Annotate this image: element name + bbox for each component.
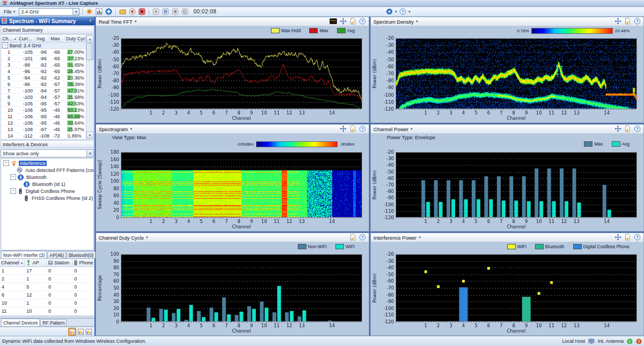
move-icon[interactable] — [340, 125, 347, 133]
tab-ap-46[interactable]: AP(46) — [47, 251, 65, 258]
move-icon[interactable] — [614, 18, 621, 26]
help-circle-icon[interactable]: ? — [634, 234, 641, 242]
tab-channel-devices[interactable]: Channel Devices — [1, 319, 40, 326]
channel-summary-row[interactable]: 3-98-92-6531.65% — [1, 62, 86, 68]
channel-summary-row[interactable]: 6-96-92-5735.39% — [1, 81, 86, 88]
help-circle-icon[interactable]: ? — [359, 234, 366, 242]
channel-summary-row[interactable]: 7-100-94-5747.31% — [1, 88, 86, 94]
record-stop-icon[interactable] — [138, 8, 146, 16]
summary-view-icon[interactable] — [68, 328, 76, 336]
column-header[interactable]: Phone — [72, 260, 94, 265]
capture-options-icon[interactable] — [85, 8, 93, 16]
report-icon[interactable] — [349, 125, 356, 133]
device-row[interactable]: 10100 — [0, 299, 94, 307]
chevron-down-icon[interactable]: ▼ — [86, 150, 93, 157]
band-group-row[interactable]: − Band: 2.4 GHz — [1, 42, 86, 49]
fft-trace-icon[interactable] — [330, 18, 337, 26]
channel-summary-row[interactable]: 13-108-97-4625.07% — [1, 126, 86, 133]
channel-summary-row[interactable]: 9-105-95-5742.53% — [1, 100, 86, 107]
panel-title[interactable]: Real Time FFT — [99, 19, 133, 25]
panel-title[interactable]: Spectrum Density — [374, 19, 414, 25]
help-circle-icon[interactable]: ? — [359, 125, 366, 133]
column-header[interactable]: Ch...▲ — [1, 36, 18, 41]
help-circle-icon[interactable]: ? — [634, 125, 641, 133]
settings-icon[interactable] — [385, 8, 393, 16]
chevron-down-icon[interactable]: ▼ — [410, 127, 413, 131]
device-row[interactable]: 111000 — [0, 307, 94, 315]
help-circle-icon[interactable]: ? — [359, 18, 366, 26]
device-row[interactable]: 4500 — [0, 283, 94, 291]
help-circle-icon[interactable]: ? — [399, 8, 407, 16]
report-icon[interactable] — [349, 18, 356, 26]
chevron-down-icon[interactable]: ▼ — [72, 9, 79, 15]
report-view-icon[interactable] — [85, 328, 92, 335]
tree-item[interactable]: FHSS Cordless Phone (Id 2) — [1, 194, 93, 201]
tab-rf-pattern[interactable]: RF Pattern — [40, 319, 67, 326]
chart-view-icon[interactable] — [77, 328, 84, 335]
report-icon[interactable] — [624, 234, 631, 242]
add-icon[interactable] — [105, 8, 113, 16]
report-icon[interactable] — [624, 18, 631, 26]
channel-summary-row[interactable]: 14-112-108-721.86% — [1, 133, 86, 139]
band-select[interactable]: 2.4 GHz▼ — [19, 8, 79, 16]
device-row[interactable]: 11700 — [0, 267, 94, 275]
scroll-up-icon[interactable]: ▲ — [86, 35, 93, 42]
chevron-down-icon[interactable]: ▼ — [129, 127, 133, 131]
file-menu[interactable]: File▼ — [2, 9, 17, 15]
chevron-down-icon[interactable]: ▼ — [418, 236, 421, 239]
chevron-down-icon[interactable]: ▼ — [145, 236, 149, 239]
play-icon[interactable] — [152, 8, 160, 16]
channel-summary-row[interactable]: 4-96-92-6528.45% — [1, 68, 86, 75]
tree-item[interactable]: −Interference — [1, 160, 93, 167]
device-row[interactable]: 61200 — [0, 291, 94, 299]
report-icon[interactable] — [624, 125, 631, 133]
pin-icon[interactable] — [88, 19, 93, 24]
record-icon[interactable] — [128, 8, 136, 16]
help-circle-icon[interactable]: ? — [634, 18, 641, 26]
scrollbar-thumb[interactable] — [86, 43, 93, 60]
move-icon[interactable] — [614, 125, 621, 133]
column-header[interactable]: Station — [47, 260, 72, 265]
folder-icon[interactable] — [119, 8, 127, 16]
move-icon[interactable] — [340, 18, 347, 26]
panel-title[interactable]: Spectrogram — [99, 126, 128, 132]
channel-summary-row[interactable]: 2-101-96-6537.23% — [1, 55, 86, 62]
channel-summary-row[interactable]: 1-105-96-6627.00% — [1, 49, 86, 55]
collapse-icon[interactable]: − — [3, 160, 9, 166]
collapse-icon[interactable]: − — [10, 174, 16, 180]
scroll-down-icon[interactable]: ▼ — [86, 132, 93, 139]
column-header[interactable]: Avg — [35, 36, 50, 41]
channel-summary-row[interactable]: 12-106-95-4630.64% — [1, 120, 86, 126]
panel-title[interactable]: Channel Duty Cycle — [99, 235, 144, 241]
column-header[interactable]: Max — [50, 36, 65, 41]
stop-icon[interactable] — [171, 8, 179, 16]
channel-summary-row[interactable]: 5-94-92-6223.36% — [1, 75, 86, 81]
channel-summary-row[interactable]: 10-106-95-4650.23% — [1, 107, 86, 113]
device-row[interactable]: 2100 — [0, 275, 94, 283]
panel-title[interactable]: Channel Power — [374, 126, 408, 132]
tab-bluetooth-0[interactable]: Bluetooth(0) — [67, 251, 96, 258]
tree-item[interactable]: −Bluetooth — [1, 174, 93, 181]
collapse-icon[interactable]: − — [10, 188, 16, 194]
collapse-icon[interactable]: − — [2, 42, 8, 48]
report-icon[interactable] — [349, 234, 356, 242]
pause-icon[interactable] — [162, 8, 170, 16]
tree-item[interactable]: Auto detected FFT Patterns (count: 2) — [1, 167, 93, 174]
chart-options-icon[interactable] — [95, 8, 103, 16]
column-header[interactable]: AP — [25, 260, 47, 265]
move-icon[interactable] — [614, 234, 621, 242]
tree-item[interactable]: −Digital Cordless Phone — [1, 188, 93, 194]
column-header[interactable]: Channel▲ — [0, 260, 25, 265]
panel-title[interactable]: Interference Power — [374, 235, 416, 241]
tab-non-wifi-interfer-2[interactable]: Non-WiFi Interfer (2) — [1, 251, 47, 258]
channel-summary-row[interactable]: 11-106-95-4666.89% — [1, 113, 86, 120]
tree-item[interactable]: Bluetooth (Id 1) — [1, 181, 93, 188]
column-header[interactable]: Curr... — [18, 36, 35, 41]
channel-summary-row[interactable]: 8-103-94-5725.59% — [1, 94, 86, 100]
column-header[interactable]: Duty Cycle — [65, 36, 86, 41]
channel-table-scrollbar[interactable]: ▲ ▼ — [86, 35, 93, 139]
refresh-icon[interactable] — [181, 8, 189, 16]
interferer-filter-select[interactable]: Show active only ▼ — [1, 149, 94, 157]
chevron-down-icon[interactable]: ▼ — [134, 20, 137, 23]
chevron-down-icon[interactable]: ▼ — [415, 20, 419, 23]
